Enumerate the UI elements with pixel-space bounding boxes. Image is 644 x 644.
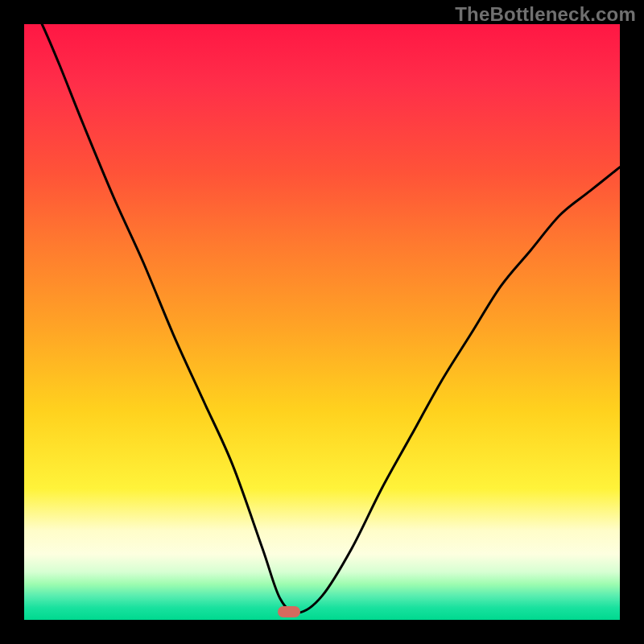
plot-area <box>24 24 620 620</box>
watermark-text: TheBottleneck.com <box>455 3 636 26</box>
chart-frame: TheBottleneck.com <box>0 0 644 644</box>
optimal-point-marker <box>278 606 300 617</box>
curve-path <box>24 24 620 613</box>
bottleneck-curve <box>24 24 620 620</box>
